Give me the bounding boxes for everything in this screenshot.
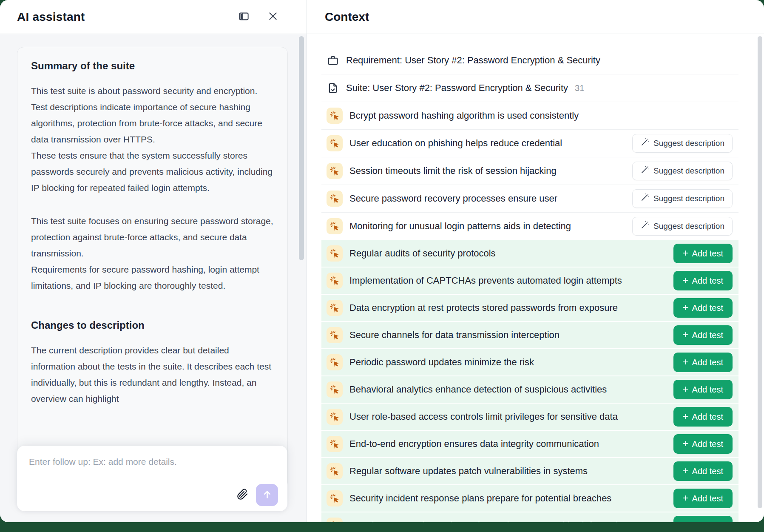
plus-icon: +: [683, 357, 689, 367]
paperclip-icon: [237, 489, 248, 501]
close-panel-button[interactable]: [266, 9, 280, 25]
briefcase-icon: [327, 54, 339, 66]
auto-click-icon: [327, 381, 343, 398]
add-test-button[interactable]: + Add test: [673, 516, 733, 522]
suggest-description-label: Suggest description: [653, 222, 724, 231]
context-row-label: Monitoring for unusual login patterns ai…: [349, 221, 571, 232]
magic-wand-icon: [640, 221, 649, 232]
page-frame: AI assistant: [0, 0, 764, 532]
add-test-label: Add test: [692, 521, 723, 523]
context-requirement-row[interactable]: Requirement: User Story #2: Password Enc…: [321, 47, 738, 74]
context-row-label: Periodic password updates minimize the r…: [349, 357, 534, 368]
add-test-button[interactable]: + Add test: [673, 325, 733, 345]
context-header: Context: [307, 0, 764, 34]
assistant-panel-title: AI assistant: [17, 10, 236, 24]
followup-input[interactable]: [29, 457, 276, 483]
add-test-button[interactable]: + Add test: [673, 380, 733, 399]
add-test-button[interactable]: + Add test: [673, 461, 733, 481]
auto-click-icon: [327, 108, 343, 124]
suggest-description-button[interactable]: Suggest description: [632, 217, 733, 236]
assistant-scrollbar-thumb[interactable]: [299, 36, 304, 260]
context-test-row[interactable]: User role-based access controls limit pr…: [321, 404, 738, 430]
changes-paragraph: The current description provides clear b…: [31, 342, 274, 407]
file-check-icon: [327, 82, 339, 94]
context-test-row[interactable]: Data encryption at rest protects stored …: [321, 295, 738, 321]
add-test-label: Add test: [692, 358, 723, 367]
suggest-description-label: Suggest description: [653, 194, 724, 203]
plus-icon: +: [683, 466, 689, 476]
auto-click-icon: [327, 135, 343, 151]
add-test-label: Add test: [692, 412, 723, 422]
summary-paragraph: This test suite focuses on ensuring secu…: [31, 213, 274, 294]
summary-section-title: Summary of the suite: [31, 60, 274, 72]
context-test-row[interactable]: Behavioral analytics enhance detection o…: [321, 376, 738, 403]
auto-click-icon: [327, 245, 343, 262]
send-button[interactable]: [256, 484, 278, 506]
plus-icon: +: [683, 493, 689, 503]
context-scrollbar-thumb[interactable]: [758, 36, 762, 508]
add-test-button[interactable]: + Add test: [673, 244, 733, 263]
context-test-row[interactable]: Security incident response plans prepare…: [321, 485, 738, 512]
suggest-description-button[interactable]: Suggest description: [632, 189, 733, 208]
plus-icon: +: [683, 275, 689, 285]
context-test-row[interactable]: User education on phishing helps reduce …: [321, 130, 738, 157]
suggest-description-button[interactable]: Suggest description: [632, 134, 733, 153]
magic-wand-icon: [640, 138, 649, 149]
changes-section-title: Changes to description: [31, 319, 274, 331]
context-test-row[interactable]: Data loss prevention tools monitor and p…: [321, 512, 738, 522]
context-row-label: Bcrypt password hashing algorithm is use…: [349, 110, 579, 121]
add-test-button[interactable]: + Add test: [673, 434, 733, 454]
add-test-button[interactable]: + Add test: [673, 489, 733, 508]
magic-wand-icon: [640, 193, 649, 204]
context-row-label: Regular software updates patch vulnerabi…: [349, 466, 588, 477]
context-row-label: Session timeouts limit the risk of sessi…: [349, 165, 557, 176]
context-panel: Context Requirement: User Story #2: Pass…: [307, 0, 764, 522]
context-row-label: User role-based access controls limit pr…: [349, 411, 618, 422]
context-row-label: Behavioral analytics enhance detection o…: [349, 384, 607, 395]
add-test-label: Add test: [692, 494, 723, 504]
add-test-button[interactable]: + Add test: [673, 298, 733, 318]
assistant-header: AI assistant: [0, 0, 307, 34]
auto-click-icon: [327, 354, 343, 370]
plus-icon: +: [683, 438, 689, 449]
context-row-label: Suite: User Story #2: Password Encryptio…: [346, 83, 568, 94]
context-test-row[interactable]: End-to-end encryption ensures data integ…: [321, 431, 738, 457]
add-test-label: Add test: [692, 303, 723, 313]
auto-click-icon: [327, 463, 343, 479]
app-window: AI assistant: [0, 0, 764, 522]
context-test-row[interactable]: Regular software updates patch vulnerabi…: [321, 458, 738, 484]
context-test-row[interactable]: Monitoring for unusual login patterns ai…: [321, 213, 738, 240]
auto-click-icon: [327, 218, 343, 234]
suite-test-count-badge: 31: [575, 83, 584, 93]
add-test-label: Add test: [692, 467, 723, 476]
context-test-row[interactable]: Secure password recovery processes ensur…: [321, 185, 738, 213]
context-test-row[interactable]: Implementation of CAPTCHAs prevents auto…: [321, 267, 738, 294]
attach-file-button[interactable]: [237, 489, 248, 501]
auto-click-icon: [327, 490, 343, 506]
auto-click-icon: [327, 436, 343, 452]
context-test-row[interactable]: Regular audits of security protocols + A…: [321, 240, 738, 267]
followup-composer: [17, 446, 287, 511]
toggle-sidebar-button[interactable]: [236, 9, 251, 25]
auto-click-icon: [327, 518, 343, 522]
auto-click-icon: [327, 327, 343, 343]
arrow-up-icon: [261, 489, 273, 501]
context-suite-row[interactable]: Suite: User Story #2: Password Encryptio…: [321, 74, 738, 102]
context-test-row[interactable]: Bcrypt password hashing algorithm is use…: [321, 102, 738, 130]
add-test-button[interactable]: + Add test: [673, 353, 733, 372]
plus-icon: +: [683, 302, 689, 313]
context-test-row[interactable]: Session timeouts limit the risk of sessi…: [321, 157, 738, 185]
add-test-button[interactable]: + Add test: [673, 271, 733, 290]
context-test-row[interactable]: Periodic password updates minimize the r…: [321, 349, 738, 376]
suggest-description-button[interactable]: Suggest description: [632, 162, 733, 180]
context-row-label: Data loss prevention tools monitor and p…: [349, 520, 628, 522]
context-row-label: Regular audits of security protocols: [349, 248, 496, 259]
suggest-description-label: Suggest description: [653, 166, 724, 176]
add-test-label: Add test: [692, 385, 723, 395]
context-row-label: User education on phishing helps reduce …: [349, 138, 562, 149]
context-row-label: Secure password recovery processes ensur…: [349, 193, 557, 204]
context-list: Requirement: User Story #2: Password Enc…: [307, 34, 764, 522]
context-test-row[interactable]: Secure channels for data transmission in…: [321, 322, 738, 348]
add-test-button[interactable]: + Add test: [673, 407, 733, 427]
auto-click-icon: [327, 163, 343, 179]
